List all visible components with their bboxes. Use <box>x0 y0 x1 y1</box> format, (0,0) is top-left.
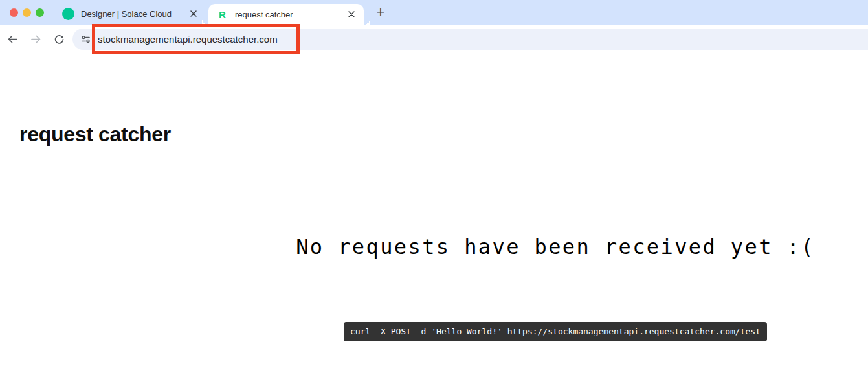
request-catcher-favicon-icon: R <box>216 9 228 20</box>
minimize-window-button[interactable] <box>23 8 31 17</box>
back-arrow-icon <box>7 34 18 45</box>
close-icon <box>348 11 355 17</box>
curl-example-code: curl -X POST -d 'Hello World!' https://s… <box>344 322 767 341</box>
solace-favicon-icon <box>62 8 74 20</box>
zoom-window-button[interactable] <box>36 8 44 17</box>
nav-buttons <box>4 25 68 54</box>
url-text[interactable]: stockmanagementapi.requestcatcher.com <box>98 34 278 45</box>
omnibox[interactable]: stockmanagementapi.requestcatcher.com <box>72 29 868 50</box>
tab-title: request catcher <box>235 10 346 19</box>
curl-example-row: curl -X POST -d 'Hello World!' https://s… <box>243 322 868 341</box>
new-tab-button[interactable]: + <box>372 3 390 21</box>
page-content: request catcher No requests have been re… <box>0 54 868 370</box>
page-title: request catcher <box>19 122 171 146</box>
close-window-button[interactable] <box>10 8 18 17</box>
macos-traffic-lights <box>0 8 52 17</box>
tab-strip: Designer | Solace Cloud R request catche… <box>0 0 868 25</box>
forward-arrow-icon <box>30 34 41 45</box>
close-icon <box>190 10 197 17</box>
empty-state-message: No requests have been received yet :( <box>243 235 868 259</box>
tab-request-catcher[interactable]: R request catcher <box>208 4 364 25</box>
tab-title: Designer | Solace Cloud <box>81 9 188 19</box>
tab-designer-solace-cloud[interactable]: Designer | Solace Cloud <box>54 3 206 25</box>
browser-toolbar: stockmanagementapi.requestcatcher.com <box>0 25 868 54</box>
back-button[interactable] <box>4 30 21 48</box>
browser-window: Designer | Solace Cloud R request catche… <box>0 0 868 370</box>
main-area: No requests have been received yet :( cu… <box>243 54 868 370</box>
reload-icon <box>54 34 65 45</box>
site-settings-button[interactable] <box>78 32 93 47</box>
tune-sliders-icon <box>81 34 91 44</box>
tab-close-icon[interactable] <box>346 8 357 20</box>
forward-button[interactable] <box>27 30 45 48</box>
reload-button[interactable] <box>50 30 68 48</box>
tab-close-icon[interactable] <box>188 8 199 19</box>
